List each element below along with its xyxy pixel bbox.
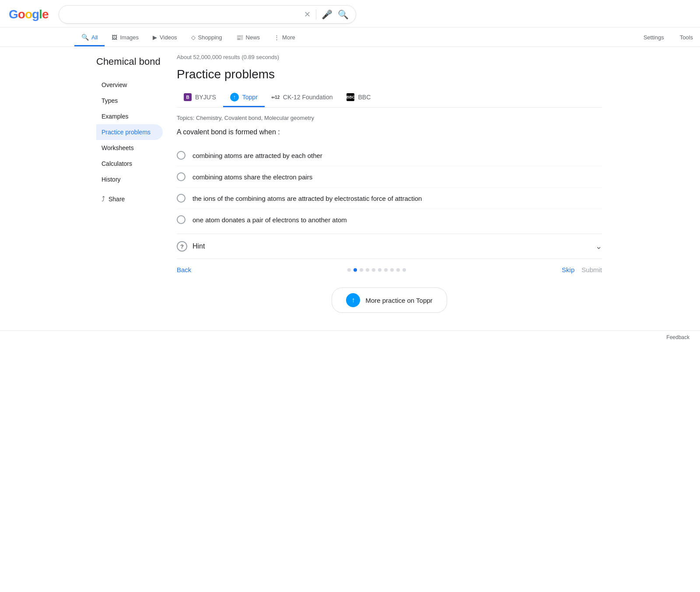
tab-news-label: News [246,34,260,41]
hint-icon: ? [177,241,187,252]
sidebar-item-worksheets[interactable]: Worksheets [96,140,163,156]
news-icon: 📰 [236,34,243,41]
more-practice-wrapper: ↑ More practice on Toppr [177,287,602,320]
nav-bar: Back Skip Submit [177,259,602,277]
source-tab-bbc[interactable]: BBC BBC [340,89,378,107]
search-input[interactable]: chemical bond practice problems [66,11,299,18]
bbc-label: BBC [358,94,371,101]
videos-icon: ▶ [153,34,157,41]
content-area: About 52,000,000 results (0.89 seconds) … [166,47,612,330]
radio-4[interactable] [177,215,186,224]
sidebar-item-practice-problems[interactable]: Practice problems [96,124,163,140]
search-bar: chemical bond practice problems ✕ 🎤 🔍 [59,5,356,24]
dot-2 [354,268,357,272]
sidebar-item-types[interactable]: Types [96,93,163,109]
toppr-icon: ↑ [230,93,239,102]
option-2-text: combining atoms share the electron pairs [192,173,312,181]
chevron-down-icon[interactable]: ⌄ [595,242,602,251]
tools-button[interactable]: Tools [673,30,700,46]
share-icon: ⤴ [102,195,105,203]
dot-4 [366,268,369,272]
option-4[interactable]: one atom donates a pair of electrons to … [177,209,602,230]
option-3[interactable]: the ions of the combining atoms are attr… [177,188,602,209]
header: Google chemical bond practice problems ✕… [0,0,700,28]
tab-more[interactable]: ⋮ More [267,30,302,46]
main-layout: Chemical bond Overview Types Examples Pr… [88,47,612,330]
option-1-text: combining atoms are attracted by each ot… [192,152,322,159]
topics: Topics: Chemistry, Covalent bond, Molecu… [177,115,602,121]
tab-videos[interactable]: ▶ Videos [146,30,184,46]
dot-7 [384,268,388,272]
sidebar-title: Chemical bond [96,56,166,68]
tab-images-label: Images [120,34,139,41]
ck12-icon: ⇐12 [272,93,280,101]
sidebar-nav: Overview Types Examples Practice problem… [96,77,166,187]
nav-right: Skip Submit [562,266,602,273]
tools-label: Tools [680,34,693,41]
search-bar-wrapper: chemical bond practice problems ✕ 🎤 🔍 [59,5,356,24]
byjus-icon: B [184,93,192,101]
tab-news[interactable]: 📰 News [229,30,267,46]
tab-images[interactable]: 🖼 Images [105,30,146,46]
source-tab-ck12[interactable]: ⇐12 CK-12 Foundation [265,89,340,107]
sidebar-item-examples[interactable]: Examples [96,109,163,124]
share-label: Share [108,196,125,203]
more-practice-button[interactable]: ↑ More practice on Toppr [332,287,447,313]
tab-settings-area: Settings Tools [637,30,700,46]
dot-1 [347,268,351,272]
option-2[interactable]: combining atoms share the electron pairs [177,166,602,188]
sidebar-item-calculators[interactable]: Calculators [96,156,163,172]
sidebar-item-overview[interactable]: Overview [96,77,163,93]
google-logo: Google [9,7,48,21]
submit-button[interactable]: Submit [581,266,602,273]
mic-icon[interactable]: 🎤 [322,9,332,20]
tab-shopping[interactable]: ◇ Shopping [184,30,229,46]
hint-row[interactable]: ? Hint ⌄ [177,234,602,259]
back-button[interactable]: Back [177,266,191,273]
option-4-text: one atom donates a pair of electrons to … [192,216,347,224]
search-bar-icons: ✕ 🎤 🔍 [304,9,349,20]
shopping-icon: ◇ [191,34,196,41]
radio-3[interactable] [177,194,186,203]
divider [316,9,316,20]
tab-videos-label: Videos [160,34,177,41]
option-1[interactable]: combining atoms are attracted by each ot… [177,145,602,166]
hint-label: Hint [192,242,205,250]
byjus-label: BYJU'S [195,94,216,101]
hint-left: ? Hint [177,241,205,252]
source-tab-toppr[interactable]: ↑ Toppr [223,88,265,107]
options-list: combining atoms are attracted by each ot… [177,145,602,230]
more-icon: ⋮ [274,34,280,41]
source-tab-byjus[interactable]: B BYJU'S [177,89,223,107]
share-button[interactable]: ⤴ Share [96,191,166,207]
toppr-label: Toppr [242,94,258,101]
settings-label: Settings [644,34,664,41]
tab-more-label: More [282,34,295,41]
tab-all[interactable]: 🔍 All [74,29,105,46]
all-icon: 🔍 [81,34,89,41]
sidebar-item-history[interactable]: History [96,172,163,187]
dot-8 [390,268,394,272]
results-count: About 52,000,000 results (0.89 seconds) [177,54,602,60]
search-submit-icon[interactable]: 🔍 [338,9,349,20]
question-text: A covalent bond is formed when : [177,128,602,136]
radio-2[interactable] [177,172,186,181]
settings-button[interactable]: Settings [637,30,671,46]
dot-6 [378,268,382,272]
clear-icon[interactable]: ✕ [304,10,311,19]
section-title: Practice problems [177,67,602,81]
sidebar: Chemical bond Overview Types Examples Pr… [88,47,166,330]
tab-all-label: All [91,34,98,41]
skip-button[interactable]: Skip [562,266,574,273]
feedback-area: Feedback [0,330,700,344]
ck12-label: CK-12 Foundation [283,94,333,101]
radio-1[interactable] [177,151,186,160]
dot-3 [360,268,363,272]
tab-shopping-label: Shopping [198,34,222,41]
page-dots [347,268,406,272]
dot-10 [402,268,406,272]
source-tabs: B BYJU'S ↑ Toppr ⇐12 CK-12 Foundation BB… [177,88,602,108]
option-3-text: the ions of the combining atoms are attr… [192,195,422,202]
dot-9 [396,268,400,272]
feedback-button[interactable]: Feedback [666,334,690,340]
